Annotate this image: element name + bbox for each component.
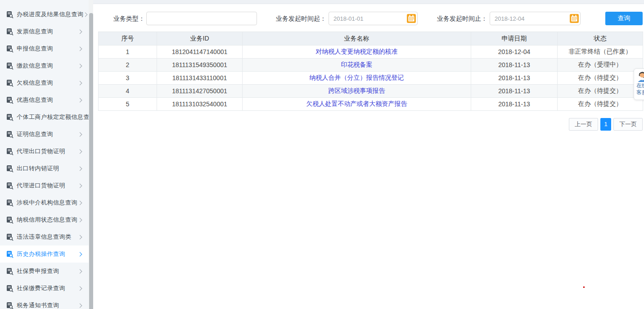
sidebar-item[interactable]: 个体工商户核定定额信息查询 (0, 109, 89, 126)
calendar-icon[interactable] (407, 14, 416, 23)
chevron-right-icon (78, 269, 82, 273)
chevron-right-icon (78, 286, 82, 291)
business-type-input[interactable] (146, 12, 257, 25)
cell-business-name: 跨区域涉税事项报告 (243, 85, 471, 98)
table-header-row: 序号 业务ID 业务名称 申请日期 状态 (99, 32, 643, 45)
sidebar-item-label: 欠税信息查询 (17, 79, 53, 87)
quota-info-icon (6, 114, 14, 121)
chevron-right-icon (78, 218, 82, 222)
query-button[interactable]: 查询 (605, 12, 643, 25)
tax-arrears-icon (6, 79, 14, 87)
red-dot-artifact (583, 286, 585, 288)
col-header-business-id: 业务ID (157, 32, 243, 45)
sidebar-scrollbar[interactable] (89, 0, 93, 309)
chevron-right-icon (78, 149, 82, 154)
col-header-apply-date: 申请日期 (471, 32, 558, 45)
pagination: 上一页 1 下一页 (569, 118, 643, 131)
cell-business-name: 印花税备案 (243, 59, 471, 72)
online-service-widget[interactable]: 在线 客服 (634, 68, 644, 100)
chevron-right-icon (78, 46, 82, 51)
end-date-label: 业务发起时间止： (434, 12, 487, 25)
sidebar-item-label: 纳税信用状态信息查询 (17, 216, 77, 224)
sidebar-item-label: 个体工商户核定定额信息查询 (17, 113, 89, 121)
sidebar-item-label: 违法违章信息查询类 (17, 233, 72, 241)
sidebar-item[interactable]: 出口转内销证明 (0, 160, 89, 177)
sidebar-item-label: 涉税中介机构信息查询 (17, 199, 77, 207)
sidebar-item-label: 社保费申报查询 (17, 267, 59, 275)
tax-progress-result-icon (6, 11, 14, 18)
cell-business-id: 1811131433110001 (157, 72, 243, 85)
sidebar-item[interactable]: 代理进口货物证明 (0, 177, 89, 194)
sidebar-item-label: 历史办税操作查询 (17, 250, 65, 258)
business-name-link[interactable]: 对纳税人变更纳税定额的核准 (316, 48, 398, 55)
sidebar-item[interactable]: 税务通知书查询 (0, 297, 89, 309)
sidebar-item[interactable]: 历史办税操作查询 (0, 245, 89, 263)
sidebar-item[interactable]: 优惠信息查询 (0, 91, 89, 109)
payment-info-icon (6, 62, 14, 70)
certificate-info-icon (6, 131, 14, 138)
cell-status: 在办（受理中） (558, 59, 643, 72)
chevron-right-icon (78, 29, 82, 34)
chevron-right-icon (78, 132, 82, 136)
sidebar-item-label: 社保缴费记录查询 (17, 284, 65, 292)
sidebar-item[interactable]: 社保缴费记录查询 (0, 280, 89, 297)
chevron-right-icon (78, 64, 82, 68)
business-name-link[interactable]: 欠税人处置不动产或者大额资产报告 (306, 100, 407, 107)
prev-page-button[interactable]: 上一页 (569, 118, 598, 131)
preference-info-icon (6, 96, 14, 104)
table-row: 11812041147140001对纳税人变更纳税定额的核准2018-12-04… (99, 45, 643, 59)
cell-index: 3 (99, 72, 157, 85)
cell-apply-date: 2018-11-13 (471, 85, 558, 98)
business-name-link[interactable]: 纳税人合并（分立）报告情况登记 (310, 74, 404, 81)
scrollbar-thumb[interactable] (89, 13, 93, 309)
cell-business-id: 1811131549350001 (157, 59, 243, 72)
history-tax-query-page: 办税进度及结果信息查询发票信息查询申报信息查询缴款信息查询欠税信息查询优惠信息查… (0, 0, 644, 309)
end-date-input[interactable] (490, 12, 581, 25)
sidebar-item-label: 税务通知书查询 (17, 301, 59, 309)
sidebar-item[interactable]: 申报信息查询 (0, 40, 89, 57)
sidebar-item-label: 发票信息查询 (17, 27, 53, 36)
declaration-info-icon (6, 45, 14, 53)
calendar-icon[interactable] (570, 14, 579, 23)
cell-apply-date: 2018-11-13 (471, 59, 558, 72)
chevron-right-icon (78, 81, 82, 85)
business-name-link[interactable]: 印花税备案 (341, 61, 373, 68)
cell-status: 非正常终结（已作废） (558, 45, 643, 59)
top-strip (93, 0, 644, 4)
sidebar-item[interactable]: 缴款信息查询 (0, 57, 89, 74)
history-operation-icon (6, 250, 14, 258)
sidebar-item-label: 代理出口货物证明 (17, 147, 65, 155)
table-body: 11812041147140001对纳税人变更纳税定额的核准2018-12-04… (99, 45, 643, 111)
chevron-right-icon (78, 98, 82, 102)
sidebar-item-label: 优惠信息查询 (17, 96, 53, 104)
sidebar-item[interactable]: 办税进度及结果信息查询 (0, 6, 89, 23)
cell-status: 在办（待提交） (558, 72, 643, 85)
business-name-link[interactable]: 跨区域涉税事项报告 (329, 87, 385, 94)
table-row: 31811131433110001纳税人合并（分立）报告情况登记2018-11-… (99, 72, 643, 85)
cell-index: 4 (99, 85, 157, 98)
export-domestic-cert-icon (6, 165, 14, 173)
sidebar-item-label: 缴款信息查询 (17, 62, 53, 70)
start-date-input[interactable] (329, 12, 418, 25)
sidebar-item[interactable]: 欠税信息查询 (0, 74, 89, 91)
cell-business-id: 1811131032540001 (157, 98, 243, 111)
cell-business-name: 对纳税人变更纳税定额的核准 (243, 45, 471, 59)
sidebar-item[interactable]: 发票信息查询 (0, 23, 89, 40)
chevron-right-icon (78, 252, 82, 256)
social-payment-record-icon (6, 285, 14, 292)
sidebar-item[interactable]: 违法违章信息查询类 (0, 228, 89, 245)
cell-status: 在办（待提交） (558, 85, 643, 98)
sidebar-item[interactable]: 代理出口货物证明 (0, 143, 89, 160)
sidebar-item-label: 出口转内销证明 (17, 164, 59, 173)
page-number-button[interactable]: 1 (600, 118, 611, 131)
sidebar-menu: 办税进度及结果信息查询发票信息查询申报信息查询缴款信息查询欠税信息查询优惠信息查… (0, 0, 89, 309)
next-page-button[interactable]: 下一页 (613, 118, 643, 131)
col-header-index: 序号 (99, 32, 157, 45)
chevron-right-icon (78, 200, 82, 205)
sidebar-item[interactable]: 涉税中介机构信息查询 (0, 194, 89, 211)
sidebar-item[interactable]: 证明信息查询 (0, 126, 89, 143)
chevron-right-icon (78, 303, 82, 308)
sidebar-item-label: 申报信息查询 (17, 45, 53, 53)
sidebar-item[interactable]: 纳税信用状态信息查询 (0, 211, 89, 228)
sidebar-item[interactable]: 社保费申报查询 (0, 263, 89, 280)
